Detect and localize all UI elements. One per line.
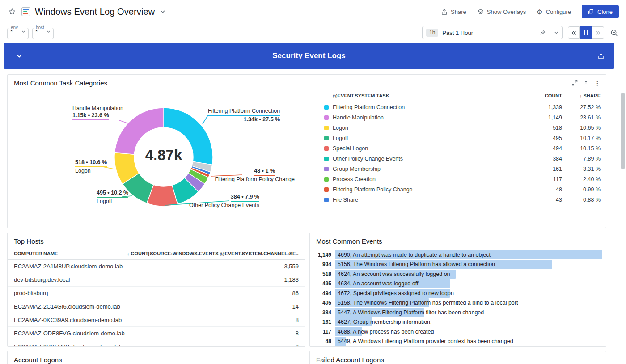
task-share: 7.89 % bbox=[562, 156, 601, 162]
fast-forward-icon bbox=[595, 30, 601, 36]
donut-total: 4.87k bbox=[132, 147, 195, 164]
task-table-row[interactable]: Process Creation 117 2.40 % bbox=[324, 174, 601, 184]
host-row[interactable]: EC2AMAZ-2C14GI6.cloudsiem-demo.lab 14 bbox=[8, 300, 305, 313]
event-count: 494 bbox=[313, 290, 331, 296]
task-table-row[interactable]: Logoff 495 10.17 % bbox=[324, 133, 601, 143]
gear-icon: ⚙ bbox=[537, 8, 542, 15]
legend-swatch bbox=[324, 126, 329, 130]
column-count[interactable]: COUNT bbox=[530, 93, 562, 98]
time-range-label: Past 1 Hour bbox=[442, 30, 536, 36]
zoom-out-button[interactable] bbox=[609, 28, 619, 38]
host-row[interactable]: EC2AMAZ-ODE8FVG.cloudsiem-demo.lab 8 bbox=[8, 327, 305, 340]
event-count: 161 bbox=[313, 319, 331, 325]
legend-swatch bbox=[324, 115, 329, 120]
clone-button[interactable]: Clone bbox=[582, 5, 619, 18]
task-share: 10.17 % bbox=[562, 135, 601, 141]
overlays-icon bbox=[477, 8, 484, 15]
host-row[interactable]: EC2AMAZ-2A1M8UP.cloudsiem-demo.lab 3,559 bbox=[8, 260, 305, 273]
column-computer-name[interactable]: COMPUTER NAME bbox=[14, 251, 127, 256]
kebab-menu-icon[interactable]: ⋮ bbox=[594, 80, 601, 86]
task-table-row[interactable]: Group Membership 161 3.31 % bbox=[324, 164, 601, 174]
callout-label: Other Policy Change Events bbox=[185, 202, 259, 209]
task-count: 117 bbox=[530, 176, 562, 182]
panel-title: Failed Account Logons bbox=[316, 356, 384, 364]
collapse-group-button[interactable] bbox=[15, 52, 23, 60]
pin-icon[interactable] bbox=[540, 30, 546, 36]
pause-icon bbox=[584, 30, 588, 35]
event-bar-row[interactable]: 494 4672, Special privileges assigned to… bbox=[313, 288, 602, 298]
host-count: 2 bbox=[296, 343, 299, 347]
legend-swatch bbox=[324, 198, 329, 202]
hosts-table-rows: EC2AMAZ-2A1M8UP.cloudsiem-demo.lab 3,559… bbox=[8, 260, 305, 347]
host-row[interactable]: EC2AMAZ-0KC39A9.cloudsiem-demo.lab 8 bbox=[8, 313, 305, 327]
event-bar-row[interactable]: 48 5449, A Windows Filtering Platform pr… bbox=[313, 337, 602, 347]
configure-button[interactable]: ⚙ Configure bbox=[537, 8, 571, 15]
sort-desc-icon: ↓ bbox=[127, 251, 130, 256]
template-var-env[interactable]: env * bbox=[7, 26, 29, 39]
export-icon bbox=[597, 52, 605, 59]
template-var-host[interactable]: host * bbox=[32, 26, 54, 39]
task-name: Other Policy Change Events bbox=[333, 156, 530, 162]
host-name: EC2AMAZ-2C14GI6.cloudsiem-demo.lab bbox=[14, 303, 292, 310]
share-label: Share bbox=[451, 8, 466, 15]
event-count: 1,149 bbox=[313, 252, 331, 258]
callout-label: Logoff bbox=[97, 198, 128, 205]
event-label: 4688, A new process has been created bbox=[335, 329, 434, 335]
task-table-rows: Filtering Platform Connection 1,339 27.5… bbox=[324, 102, 601, 205]
event-bar-row[interactable]: 161 4627, Group membership information. bbox=[313, 317, 602, 327]
task-table-row[interactable]: File Share 43 0.88 % bbox=[324, 195, 601, 205]
time-range-picker[interactable]: 1h Past 1 Hour bbox=[422, 26, 563, 39]
task-table-row[interactable]: Logon 518 10.65 % bbox=[324, 123, 601, 133]
legend-swatch bbox=[324, 157, 329, 161]
task-table-row[interactable]: Filtering Platform Connection 1,339 27.5… bbox=[324, 102, 601, 112]
column-share[interactable]: ↓SHARE bbox=[562, 93, 601, 98]
host-name: dev-bitsburg.dev.local bbox=[14, 276, 284, 283]
event-count: 384 bbox=[313, 309, 331, 316]
task-count: 1,149 bbox=[530, 114, 562, 121]
task-share: 3.31 % bbox=[562, 166, 601, 172]
task-table-row[interactable]: Special Logon 494 10.15 % bbox=[324, 143, 601, 153]
donut-chart: 4.87k Handle Manipulation 1.15k • 23.6 %… bbox=[8, 89, 316, 224]
task-table-row[interactable]: Other Policy Change Events 384 7.89 % bbox=[324, 153, 601, 164]
share-button[interactable]: Share bbox=[441, 8, 466, 15]
column-count[interactable]: ↓COUNT[SOURCE:WINDOWS.EVENTS @EVENT.SYST… bbox=[127, 251, 299, 256]
event-bar-row[interactable]: 117 4688, A new process has been created bbox=[313, 327, 602, 337]
panel-title: Most Common Task Categories bbox=[14, 79, 107, 87]
callout-other-policy-change-events: 384 • 7.9 % Other Policy Change Events bbox=[185, 193, 259, 209]
task-count: 494 bbox=[530, 145, 562, 152]
chevron-down-icon bbox=[47, 30, 51, 34]
event-bar-row[interactable]: 1,149 4690, An attempt was made to dupli… bbox=[313, 250, 602, 260]
event-bar-row[interactable]: 405 5158, The Windows Filtering Platform… bbox=[313, 298, 602, 308]
magnifier-minus-icon bbox=[610, 29, 618, 37]
event-bar-row[interactable]: 934 5156, The Windows Filtering Platform… bbox=[313, 260, 602, 270]
legend-swatch bbox=[324, 136, 329, 140]
event-bar-row[interactable]: 495 4634, An account was logged off bbox=[313, 279, 602, 289]
host-name: EC2AMAZ-ODE8FVG.cloudsiem-demo.lab bbox=[14, 330, 296, 337]
group-export-button[interactable] bbox=[597, 52, 605, 59]
task-table-row[interactable]: Filtering Platform Policy Change 48 0.99… bbox=[324, 184, 601, 195]
event-bar-row[interactable]: 384 5447, A Windows Filtering Platform f… bbox=[313, 308, 602, 317]
show-overlays-button[interactable]: Show Overlays bbox=[477, 8, 526, 15]
task-share: 23.61 % bbox=[562, 114, 601, 121]
host-row[interactable]: prod-bitsburg 86 bbox=[8, 287, 305, 300]
step-forward-button[interactable] bbox=[592, 26, 604, 39]
host-row[interactable]: EC2AMAZ-0RKLMJP.cloudsiem-demo.lab 2 bbox=[8, 340, 305, 347]
fullscreen-icon[interactable] bbox=[572, 80, 578, 86]
step-backward-button[interactable] bbox=[568, 26, 580, 39]
column-task[interactable]: @EVENT.SYSTEM.TASK bbox=[324, 93, 530, 98]
export-icon[interactable] bbox=[583, 80, 589, 86]
event-count: 48 bbox=[313, 338, 331, 344]
event-bar-row[interactable]: 518 4624, An account was successfully lo… bbox=[313, 269, 602, 279]
task-count: 1,339 bbox=[530, 104, 562, 110]
host-row[interactable]: dev-bitsburg.dev.local 1,183 bbox=[8, 273, 305, 287]
task-share: 27.52 % bbox=[562, 104, 601, 110]
clone-icon bbox=[588, 9, 594, 15]
pause-button[interactable] bbox=[580, 26, 592, 39]
title-menu-button[interactable] bbox=[159, 8, 166, 15]
favorite-star-button[interactable] bbox=[7, 7, 17, 17]
task-table-row[interactable]: Handle Manipulation 1,149 23.61 % bbox=[324, 112, 601, 123]
chevron-down-icon[interactable] bbox=[554, 30, 558, 35]
dashboard-grid: Most Common Task Categories ⋮ 4.87k Hand… bbox=[7, 74, 606, 364]
scrollbar-thumb[interactable] bbox=[621, 93, 625, 169]
legend-swatch bbox=[324, 167, 329, 171]
